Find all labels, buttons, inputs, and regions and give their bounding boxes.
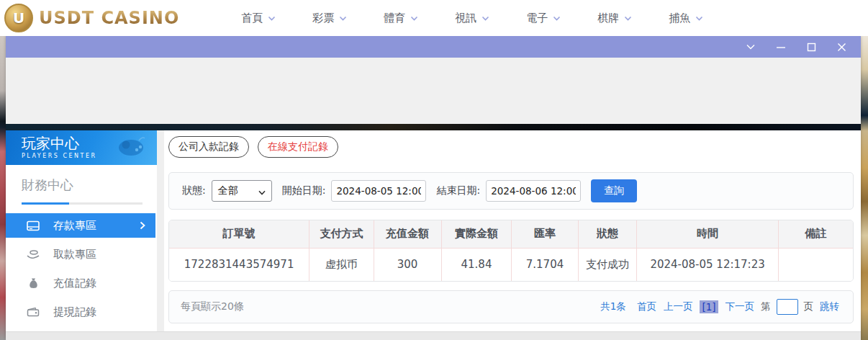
jump-prefix-text: 第 <box>761 300 771 313</box>
sidebar-item-withdraw-zone[interactable]: 取款專區 <box>6 242 157 267</box>
withdraw-hand-icon <box>26 249 40 259</box>
next-page-link[interactable]: 下一页 <box>725 300 755 313</box>
nav-item-lottery[interactable]: 彩票 <box>312 12 346 25</box>
status-select-value: 全部 <box>218 184 258 197</box>
nav-label: 首頁 <box>241 12 263 25</box>
sidebar: 玩家中心 PLAYERS CENTER 財務中心 <box>6 130 157 331</box>
tab-online-payment-records[interactable]: 在線支付記錄 <box>258 136 338 158</box>
jump-button[interactable]: 跳转 <box>820 300 839 313</box>
nav-label: 體育 <box>384 12 405 25</box>
logo-text: USDT CASINO <box>39 8 179 28</box>
sidebar-item-label: 存款專區 <box>53 219 96 233</box>
page: U USDT CASINO 首頁 彩票 體育 視訊 電子 <box>0 0 868 340</box>
page-size-text: 每頁顯示20條 <box>181 300 244 313</box>
status-label: 狀態: <box>182 184 206 197</box>
deposit-card-icon <box>26 220 40 231</box>
sidebar-item-deposit-zone[interactable]: 存款專區 <box>6 213 155 238</box>
sidebar-item-withdrawal-records[interactable]: 提現記錄 <box>6 300 157 324</box>
nav-label: 視訊 <box>455 12 476 25</box>
horizontal-scrollbar[interactable] <box>6 331 861 340</box>
sidebar-item-label: 取款專區 <box>53 248 96 261</box>
site-logo[interactable]: U USDT CASINO <box>4 4 179 32</box>
col-time: 時間 <box>637 220 779 248</box>
col-exchange-rate: 匯率 <box>512 220 578 248</box>
cell-payment-method: 虚拟币 <box>309 248 374 281</box>
close-icon[interactable] <box>831 38 852 55</box>
chevron-down-icon <box>553 14 560 22</box>
cell-remark <box>778 248 853 281</box>
cell-order-number: 1722831443574971 <box>169 248 309 281</box>
collapse-chevron-icon[interactable] <box>740 38 761 55</box>
nav-item-live[interactable]: 視訊 <box>455 12 489 25</box>
nav-item-home[interactable]: 首頁 <box>241 12 275 25</box>
section-divider <box>22 202 143 205</box>
pagination-bar: 每頁顯示20條 共1条 首页 上一页 [1] 下一页 第 页 跳转 <box>168 290 854 323</box>
col-recharge-amount: 充值金額 <box>374 220 441 248</box>
window-blank-area <box>6 58 861 124</box>
total-count-text: 共1条 <box>600 300 626 313</box>
wallet-icon <box>26 307 40 317</box>
chevron-down-icon <box>695 14 702 22</box>
chevron-down-icon <box>482 14 489 22</box>
status-select[interactable]: 全部 <box>212 180 272 202</box>
maximize-icon[interactable] <box>800 38 822 55</box>
cell-actual-amount: 41.84 <box>441 248 512 281</box>
col-order-number: 訂單號 <box>169 220 309 248</box>
background-image-right <box>861 32 868 340</box>
current-page-indicator: [1] <box>700 300 718 313</box>
nav-item-sports[interactable]: 體育 <box>384 12 417 25</box>
minimize-icon[interactable] <box>770 38 792 55</box>
col-remark: 備註 <box>778 220 853 248</box>
gamepad-icon <box>115 135 147 162</box>
page-jump-input[interactable] <box>777 299 798 315</box>
cell-recharge-amount: 300 <box>374 248 441 281</box>
site-header: U USDT CASINO 首頁 彩票 體育 視訊 電子 <box>0 0 868 36</box>
search-button[interactable]: 查詢 <box>591 179 637 202</box>
chevron-down-icon <box>339 14 346 22</box>
section-divider-accent <box>22 202 69 205</box>
cell-exchange-rate: 7.1704 <box>512 248 578 281</box>
app-window: 玩家中心 PLAYERS CENTER 財務中心 <box>6 36 861 340</box>
chevron-right-icon <box>140 221 145 230</box>
cell-time: 2024-08-05 12:17:23 <box>637 248 779 281</box>
background-image-left <box>0 36 6 340</box>
chevron-down-icon <box>258 184 266 198</box>
nav-item-slots[interactable]: 電子 <box>526 12 560 25</box>
window-body: 玩家中心 PLAYERS CENTER 財務中心 <box>6 58 861 340</box>
nav-item-chess[interactable]: 棋牌 <box>597 12 631 25</box>
end-date-input[interactable] <box>486 180 581 202</box>
sidebar-menu: 存款專區 取款專區 充 <box>6 213 157 331</box>
nav-label: 捕魚 <box>669 12 690 25</box>
col-actual-amount: 實際金額 <box>441 220 512 248</box>
moneybag-icon <box>26 277 40 289</box>
chevron-down-icon <box>410 14 417 22</box>
prev-page-link[interactable]: 上一页 <box>664 300 693 313</box>
nav-label: 電子 <box>526 12 548 25</box>
window-titlebar <box>6 36 861 58</box>
section-label-finance-center: 財務中心 <box>22 176 157 194</box>
chevron-down-icon <box>624 14 631 22</box>
tab-company-deposit-records[interactable]: 公司入款記錄 <box>168 136 249 158</box>
banner-strip <box>6 124 861 130</box>
main-panel: 公司入款記錄 在線支付記錄 狀態: 全部 開始日期: 結束日期: 查詢 <box>164 130 861 331</box>
coin-logo-icon: U <box>4 4 33 32</box>
record-tabs: 公司入款記錄 在線支付記錄 <box>168 136 854 158</box>
pager: 共1条 首页 上一页 [1] 下一页 第 页 跳转 <box>600 299 843 315</box>
content-row: 玩家中心 PLAYERS CENTER 財務中心 <box>6 130 861 331</box>
coin-letter: U <box>13 9 24 27</box>
start-date-label: 開始日期: <box>282 184 326 197</box>
sidebar-item-recharge-records[interactable]: 充值記錄 <box>6 271 157 295</box>
table-header-row: 訂單號 支付方式 充值金額 實際金額 匯率 狀態 時間 備註 <box>169 220 853 248</box>
cell-status: 支付成功 <box>578 248 637 281</box>
nav-label: 棋牌 <box>597 12 619 25</box>
nav-item-fishing[interactable]: 捕魚 <box>669 12 702 25</box>
col-payment-method: 支付方式 <box>309 220 374 248</box>
nav-label: 彩票 <box>312 12 334 25</box>
records-table: 訂單號 支付方式 充值金額 實際金額 匯率 狀態 時間 備註 <box>168 220 854 282</box>
filter-bar: 狀態: 全部 開始日期: 結束日期: 查詢 <box>168 172 854 210</box>
first-page-link[interactable]: 首页 <box>637 300 656 313</box>
chevron-down-icon <box>268 14 275 22</box>
sidebar-item-label: 提現記錄 <box>53 305 96 319</box>
col-status: 狀態 <box>578 220 637 248</box>
start-date-input[interactable] <box>331 180 426 202</box>
